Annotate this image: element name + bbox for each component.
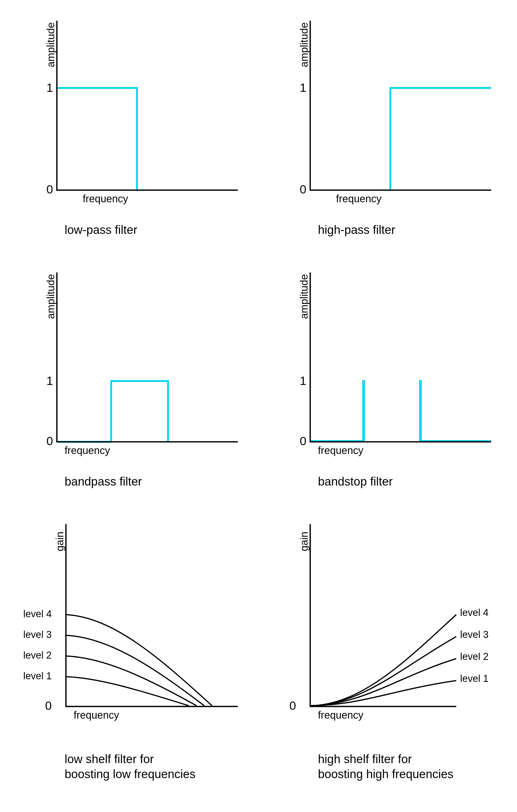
- ylabel: gain: [54, 531, 65, 551]
- ytick-1: 1: [46, 374, 53, 387]
- ylabel: amplitude: [298, 23, 310, 67]
- ytick-0: 0: [46, 183, 53, 196]
- label-level1: level 1: [23, 670, 52, 682]
- lowshelf-level2: [66, 656, 196, 706]
- bandstop-spike-2: [420, 381, 491, 441]
- lowpass-curve: [57, 88, 137, 190]
- chart-bandpass: amplitude 1 0 frequency: [16, 262, 248, 469]
- lowshelf-level3: [66, 635, 204, 706]
- highshelf-level4: [310, 615, 456, 706]
- ytick-0: 0: [289, 699, 296, 713]
- cell-bandstop: amplitude 1 0 frequency bandstop filter: [269, 262, 501, 503]
- label-level3: level 3: [460, 629, 489, 640]
- ytick-0: 0: [46, 434, 53, 448]
- chart-lowpass: amplitude 1 0 frequency: [16, 10, 248, 217]
- chart-lowshelf: gain 0 frequency level 4 level 3 level 2…: [16, 514, 248, 747]
- ytick-0: 0: [300, 434, 306, 448]
- caption-highshelf: high shelf filter for boosting high freq…: [269, 752, 453, 781]
- ylabel: amplitude: [298, 274, 310, 319]
- ytick-0: 0: [45, 699, 52, 713]
- label-level4: level 4: [460, 607, 489, 618]
- cell-lowshelf: gain 0 frequency level 4 level 3 level 2…: [16, 514, 248, 791]
- ylabel: gain: [298, 531, 310, 551]
- caption-highpass: high-pass filter: [269, 223, 395, 237]
- xlabel: frequency: [318, 709, 363, 721]
- label-level4: level 4: [23, 608, 52, 619]
- chart-bandstop: amplitude 1 0 frequency: [269, 262, 501, 469]
- label-level2: level 2: [460, 651, 489, 662]
- chart-highpass: amplitude 1 0 frequency: [269, 10, 501, 217]
- label-level1: level 1: [460, 673, 489, 684]
- axes: [57, 21, 238, 190]
- ytick-0: 0: [300, 183, 306, 196]
- axes: [310, 272, 491, 442]
- caption-lowpass: low-pass filter: [16, 223, 137, 237]
- xlabel: frequency: [336, 193, 382, 204]
- cell-lowpass: amplitude 1 0 frequency low-pass filter: [16, 10, 248, 252]
- label-level2: level 2: [23, 650, 52, 661]
- xlabel: frequency: [74, 709, 119, 721]
- caption-bandpass: bandpass filter: [16, 474, 142, 489]
- chart-grid: amplitude 1 0 frequency low-pass filter …: [0, 0, 517, 812]
- caption-lowshelf: low shelf filter for boosting low freque…: [16, 752, 195, 781]
- xlabel: frequency: [65, 445, 110, 456]
- page: amplitude 1 0 frequency low-pass filter …: [0, 0, 517, 812]
- bandpass-curve: [57, 381, 168, 442]
- axes: [57, 272, 238, 442]
- highpass-curve: [390, 88, 491, 190]
- ylabel: amplitude: [45, 23, 56, 67]
- xlabel: frequency: [318, 445, 363, 456]
- ytick-1: 1: [300, 81, 306, 94]
- ylabel: amplitude: [45, 274, 56, 319]
- cell-highshelf: gain 0 frequency level 4 level 3 level 2…: [269, 514, 501, 791]
- chart-highshelf: gain 0 frequency level 4 level 3 level 2…: [269, 514, 501, 747]
- axes: [310, 21, 491, 190]
- cell-highpass: amplitude 1 0 frequency high-pass filter: [269, 10, 501, 252]
- ytick-1: 1: [46, 81, 53, 94]
- xlabel: frequency: [83, 193, 128, 204]
- axes: [310, 524, 456, 706]
- highshelf-level1: [310, 680, 456, 706]
- cell-bandpass: amplitude 1 0 frequency bandpass filter: [16, 262, 248, 503]
- bandstop-spike-1: [310, 381, 364, 441]
- label-level3: level 3: [23, 629, 52, 640]
- ytick-1: 1: [300, 374, 306, 387]
- caption-bandstop: bandstop filter: [269, 474, 393, 489]
